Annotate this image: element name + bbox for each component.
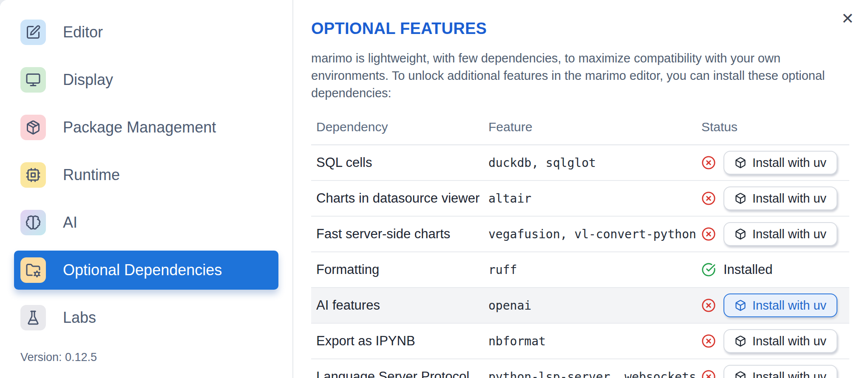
box-icon [735,335,746,347]
status-cell: Install with uv [696,145,849,181]
status-wrap: Install with uv [701,186,849,210]
install-button-label: Install with uv [752,227,826,241]
status-wrap: Install with uv [701,329,849,353]
circle-x-icon [701,298,716,313]
table-row: SQL cellsduckdb, sqlglotInstall with uv [311,145,849,181]
installed-label: Installed [723,262,772,277]
feature-cell: nbformat [483,323,696,359]
sidebar-nav: EditorDisplayPackage ManagementRuntimeAI… [0,13,292,337]
panel-content: OPTIONAL FEATURES marimo is lightweight,… [294,0,849,378]
table-row: Export as IPYNBnbformatInstall with uv [311,323,849,359]
dependency-cell: Formatting [311,252,483,288]
install-with-uv-button[interactable]: Install with uv [723,222,837,246]
folder-cog-icon-box [20,257,46,283]
status-wrap: Install with uv [701,365,849,378]
column-header-dependency: Dependency [311,114,483,145]
panel-description: marimo is lightweight, with few dependen… [311,50,849,102]
page-title: OPTIONAL FEATURES [311,20,849,38]
dependency-cell: Fast server-side charts [311,216,483,252]
install-with-uv-button[interactable]: Install with uv [723,151,837,175]
sidebar-item-label: AI [63,214,77,231]
circle-x-icon [701,334,716,348]
flask-icon [26,310,41,325]
dependency-cell: Export as IPYNB [311,323,483,359]
circle-check-icon [701,262,716,277]
status-wrap: Installed [701,258,849,282]
status-wrap: Install with uv [701,222,849,246]
install-button-label: Install with uv [752,334,826,348]
table-header-row: Dependency Feature Status [311,114,849,145]
cpu-icon-box [20,162,46,188]
status-wrap: Install with uv [701,293,849,317]
feature-cell: vegafusion, vl-convert-python [483,216,696,252]
square-pen-icon-box [20,20,46,45]
column-header-feature: Feature [483,114,696,145]
package-icon [26,120,41,135]
sidebar-item-optional-dependencies[interactable]: Optional Dependencies [14,251,278,290]
feature-cell: duckdb, sqlglot [483,145,696,181]
dependency-cell: Language Server Protocol [311,359,483,378]
table-row: Language Server Protocolpython-lsp-serve… [311,359,849,378]
dependency-cell: AI features [311,288,483,323]
sidebar-item-labs[interactable]: Labs [14,298,278,337]
status-cell: Install with uv [696,288,849,323]
install-with-uv-button[interactable]: Install with uv [723,329,837,353]
feature-cell: python-lsp-server, websockets [483,359,696,378]
table-row: Charts in datasource vieweraltairInstall… [311,181,849,216]
sidebar-item-label: Display [63,71,113,89]
optional-features-panel: ✕ OPTIONAL FEATURES marimo is lightweigh… [294,0,868,378]
sidebar-item-display[interactable]: Display [14,60,278,99]
sidebar-item-label: Labs [63,309,96,327]
sidebar-item-ai[interactable]: AI [14,203,278,242]
monitor-icon-box [20,67,46,93]
table-row: FormattingruffInstalled [311,252,849,288]
status-wrap: Install with uv [701,151,849,175]
status-cell: Install with uv [696,181,849,216]
circle-x-icon [701,227,716,241]
circle-x-icon [701,155,716,170]
table-row: AI featuresopenaiInstall with uv [311,288,849,323]
monitor-icon [26,72,41,87]
version-label: Version: 0.12.5 [20,351,97,364]
folder-cog-icon [26,262,41,278]
sidebar-item-label: Runtime [63,166,120,184]
box-icon [735,371,746,378]
status-cell: Install with uv [696,359,849,378]
install-button-label: Install with uv [752,192,826,206]
brain-icon [26,215,41,230]
install-button-label: Install with uv [752,156,826,170]
dependency-cell: SQL cells [311,145,483,181]
settings-dialog: EditorDisplayPackage ManagementRuntimeAI… [0,0,868,378]
status-cell: Install with uv [696,216,849,252]
sidebar-item-label: Optional Dependencies [63,261,222,279]
column-header-status: Status [696,114,849,145]
install-button-label: Install with uv [752,299,826,313]
install-with-uv-button[interactable]: Install with uv [723,365,837,378]
sidebar-item-label: Package Management [63,118,216,136]
box-icon [735,228,746,240]
cpu-icon [26,167,41,183]
sidebar-item-runtime[interactable]: Runtime [14,155,278,195]
feature-cell: ruff [483,252,696,288]
sidebar-item-package-management[interactable]: Package Management [14,108,278,147]
circle-x-icon [701,370,716,378]
sidebar-item-label: Editor [63,23,103,41]
install-with-uv-button[interactable]: Install with uv [723,186,837,210]
table-row: Fast server-side chartsvegafusion, vl-co… [311,216,849,252]
close-icon[interactable]: ✕ [838,9,857,28]
feature-cell: altair [483,181,696,216]
dependencies-table: Dependency Feature Status SQL cellsduckd… [311,114,849,378]
install-button-label: Install with uv [752,370,826,378]
flask-icon-box [20,305,46,330]
sidebar-item-editor[interactable]: Editor [14,13,278,52]
settings-sidebar: EditorDisplayPackage ManagementRuntimeAI… [0,0,293,378]
box-icon [735,157,746,169]
install-with-uv-button[interactable]: Install with uv [723,293,837,317]
square-pen-icon [26,25,41,40]
feature-cell: openai [483,288,696,323]
status-cell: Installed [696,252,849,288]
box-icon [735,192,746,204]
brain-icon-box [20,210,46,235]
status-cell: Install with uv [696,323,849,359]
package-icon-box [20,115,46,140]
